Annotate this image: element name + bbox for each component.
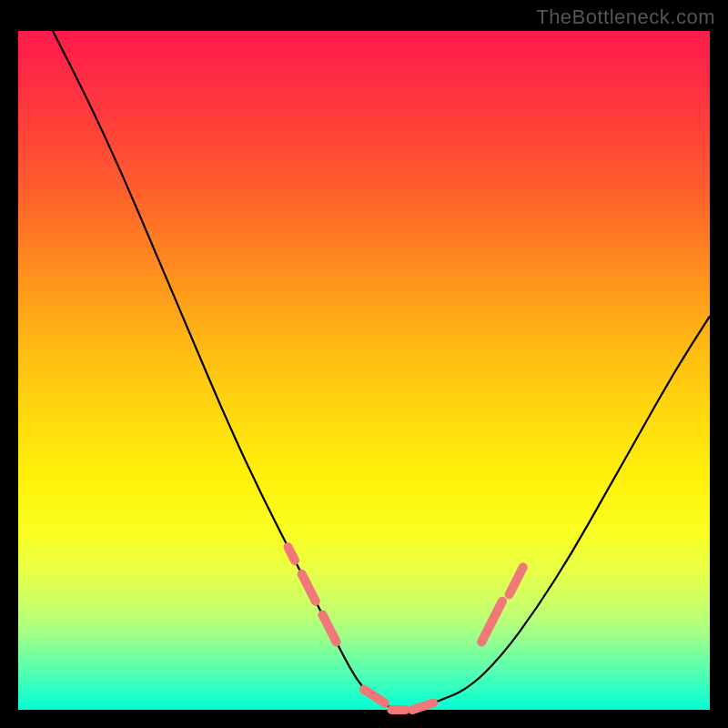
- marker-dash: [364, 690, 385, 703]
- marker-dash: [288, 547, 295, 561]
- bottleneck-curve-path: [53, 31, 710, 710]
- marker-dash: [495, 602, 502, 615]
- chart-svg: [18, 31, 710, 710]
- marker-dash: [412, 703, 433, 710]
- marker-dashes: [288, 547, 522, 710]
- marker-dash: [481, 615, 495, 642]
- bottleneck-curve: [53, 31, 710, 710]
- marker-dash: [510, 567, 523, 594]
- chart-frame: TheBottleneck.com: [0, 0, 728, 728]
- marker-dash: [302, 574, 316, 602]
- watermark-text: TheBottleneck.com: [536, 5, 715, 29]
- plot-area: [18, 31, 710, 710]
- marker-dash: [322, 615, 336, 642]
